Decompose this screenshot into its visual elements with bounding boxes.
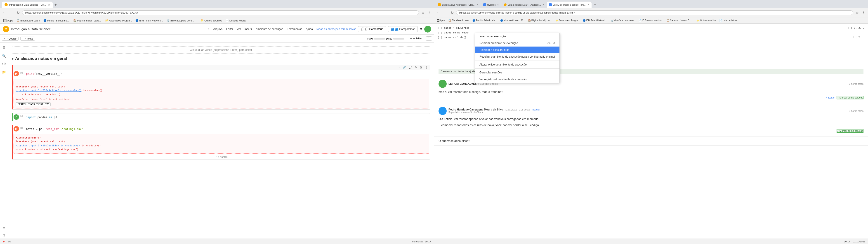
click-to-edit-hint[interactable]: Clique duas vezes (ou pressione 'Enter')… <box>12 46 430 54</box>
bookmark-associates-left[interactable]: 📁Associates: Progra... <box>104 19 133 22</box>
right-bm-outros[interactable]: 📁 Outros favoritos <box>696 19 717 22</box>
menu-editar[interactable]: Editar <box>225 27 235 32</box>
tab-close-left[interactable]: × <box>48 3 50 6</box>
menu-ferramentas[interactable]: Ferramentas <box>285 27 304 32</box>
bookmark-icon-left[interactable]: ☆ <box>420 10 426 16</box>
sidebar-icon-bottom1[interactable]: ☰ <box>1 224 7 231</box>
bookmark-ibm-left[interactable]: 🔵IBM Talent Network... <box>134 19 164 22</box>
back-button-left[interactable]: ← <box>2 10 7 16</box>
right-bm-replit[interactable]: 🔵 Replit - Selecio a la... <box>471 19 498 22</box>
new-tab-button-right[interactable]: + <box>592 3 598 7</box>
menu-arquivo[interactable]: Arquivo <box>212 27 224 32</box>
star-icon[interactable]: ☆ <box>207 27 210 31</box>
comment-button[interactable]: 💬 💬 Comentário <box>358 26 386 32</box>
edit-post-button-1[interactable]: ✓ Editar <box>826 96 835 99</box>
bookmark-replit-left[interactable]: 🔵Replit - Select a la... <box>42 19 70 22</box>
reload-button-right[interactable]: ↻ <box>450 10 455 16</box>
bookmark-lista-left[interactable]: 📄Lista de leitura <box>225 19 247 22</box>
share-button[interactable]: 👥 👥 Compartilhar <box>388 26 418 32</box>
search-overflow-button-1[interactable]: SEARCH STACK OVERFLOW <box>16 102 51 106</box>
bookmark-icon-right[interactable]: ☆ <box>855 10 860 16</box>
right-bm-pagina[interactable]: 🏠 Página Inicial | cart... <box>527 19 553 22</box>
menu-item-alterar[interactable]: Alterar o tipo de ambiente de execução <box>475 61 559 68</box>
cell-code-1[interactable]: print(sns.__version__) <box>24 71 429 77</box>
tab-bitcoin[interactable]: Bitcoin Active Addresses - Glas... × <box>436 2 480 8</box>
run-button-1[interactable]: ▶ <box>13 71 19 77</box>
forward-button-left[interactable]: → <box>8 10 14 16</box>
sidebar-icon-bottom2[interactable]: ⚙ <box>1 232 7 239</box>
active-tab-left[interactable]: Introdução a Data Science - Co... × <box>2 2 53 8</box>
instructor-link-2[interactable]: Instrutor <box>532 109 540 111</box>
cell-more-1[interactable]: ⋮ <box>424 65 429 69</box>
address-bar-right[interactable]: cursos.alura.com.br/forum/topico-erro-ao… <box>456 10 853 15</box>
bookmark-pagina-left[interactable]: 🏠Página Inicial | carte... <box>72 19 102 22</box>
frames-indicator-3[interactable]: ⌃ 4 frames <box>13 155 430 159</box>
bookmark-apps-left[interactable]: 🔲Apps <box>2 18 14 23</box>
right-bm-cadastro[interactable]: 📋 Cadastro Único - C... <box>666 19 692 22</box>
menu-item-interromper[interactable]: Interromper execução <box>475 33 559 40</box>
menu-ajuda[interactable]: Ajuda <box>305 27 314 32</box>
cell-code-3[interactable]: notas = pd. read_csv ("ratings.csv") <box>24 126 429 132</box>
tab-close-favoritos[interactable]: × <box>497 3 499 6</box>
right-bm-blackboard[interactable]: 📋 Blackboard Learn <box>447 19 470 22</box>
error-file-link-1[interactable]: <ipython-input-1-f656a9a2faef> in <modul… <box>16 89 81 92</box>
right-bm-mslearn[interactable]: 🔵 Microsoft Learn | M... <box>499 19 526 22</box>
menu-item-redefinir[interactable]: Redefinir o ambiente de execução para a … <box>475 53 559 60</box>
reload-button-left[interactable]: ↻ <box>16 10 21 16</box>
sidebar-icon-menu[interactable]: ☰ <box>1 44 7 51</box>
cell-link-1[interactable]: 🔗 <box>402 65 407 69</box>
menu-ambiente[interactable]: Ambiente de execução <box>254 27 285 32</box>
mark-solution-button-2[interactable]: ✓ Marcar como solução <box>837 129 864 133</box>
right-bm-lista[interactable]: 📄 Lista de leitura <box>718 19 738 22</box>
run-button-3[interactable]: ▶ <box>13 126 19 131</box>
right-bm-apps[interactable]: 🔲 Apps <box>436 19 446 22</box>
section-toggle-icon[interactable]: ▾ <box>12 57 13 61</box>
cell-delete-1[interactable]: 🗑 <box>418 65 423 69</box>
sidebar-icon-search[interactable]: 🔍 <box>1 53 7 59</box>
menu-inserir[interactable]: Inserir <box>243 27 253 32</box>
run-button-2[interactable]: ✓ <box>13 114 19 120</box>
forward-button-right[interactable]: → <box>442 10 448 16</box>
tab-erro[interactable]: ERRO ao inserir o código - php... × <box>547 2 592 8</box>
bookmark-blackboard-left[interactable]: 📋Blackboard Learn <box>16 19 41 22</box>
settings-icon-right[interactable]: ⋮ <box>861 10 866 16</box>
edit-button[interactable]: ✏ ✏ Editar <box>408 37 424 40</box>
settings-icon-left[interactable]: ⋮ <box>427 10 432 16</box>
tab-data-science[interactable]: Data Science: Aula 4 - Atividadi... × <box>502 2 546 8</box>
tab-close-erro[interactable]: × <box>588 3 589 6</box>
collapse-button[interactable]: ⌃ <box>426 36 432 41</box>
menu-item-gerenciar[interactable]: Gerenciar sessões <box>475 69 559 76</box>
mark-solution-button-1[interactable]: ✓ Marcar como solução <box>837 96 864 99</box>
error-traceback-3: Traceback (most recent call last) <box>16 140 427 144</box>
error-file-link-3[interactable]: <ipython-input-3-c10b7ea184d> in <module… <box>16 144 80 147</box>
right-bm-ibm[interactable]: 🔵 IBM Talent Network... <box>582 19 609 22</box>
cell-copy-1[interactable]: ⧉ <box>414 65 418 69</box>
menu-item-ver-registros[interactable]: Ver registros do ambiente de execução <box>475 76 559 83</box>
cell-move-down-1[interactable]: ↓ <box>398 65 401 69</box>
right-bm-idjovem[interactable]: 📄 ID Jovem - Identida... <box>638 19 664 22</box>
bookmark-outros-left[interactable]: 📁Outros favoritos <box>199 19 223 22</box>
cell-comment-1[interactable]: 💬 <box>408 65 413 69</box>
sidebar-icon-code[interactable]: </> <box>1 61 7 67</box>
tab-favoritos[interactable]: favoritos × <box>481 2 501 8</box>
menu-item-reiniciar[interactable]: Reiniciar ambiente de execução Ctrl+M <box>475 40 559 47</box>
tab-favicon-ds <box>504 3 506 6</box>
right-bm-almofada[interactable]: 🛒 almofada para dore... <box>610 19 637 22</box>
sidebar-icon-files[interactable]: 📁 <box>1 69 7 75</box>
bookmark-almofada-left[interactable]: 🛒almofada para dore... <box>166 19 195 22</box>
import-keyword: import <box>26 116 36 119</box>
new-tab-button-left[interactable]: + <box>53 2 59 7</box>
menu-item-reiniciar-shortcut: Ctrl+M <box>548 42 555 44</box>
cell-move-up-1[interactable]: ↑ <box>394 65 397 69</box>
tab-close-bitcoin[interactable]: × <box>477 3 478 6</box>
address-bar-left[interactable]: colab.research.google.com/drive/1aV3Dxfz… <box>22 10 419 15</box>
menu-item-reiniciar-executar[interactable]: Reiniciar e executar tudo <box>475 47 559 53</box>
add-text-button[interactable]: + + Texto <box>20 37 35 41</box>
tab-close-ds[interactable]: × <box>542 3 544 6</box>
add-code-button[interactable]: + + Código <box>2 37 19 41</box>
menu-ver[interactable]: Ver <box>236 27 242 32</box>
cell-code-2[interactable]: import pandas as pd <box>24 114 429 120</box>
right-bm-associates[interactable]: 📁 Associates: Progra... <box>555 19 581 22</box>
settings-icon-colab[interactable]: ⚙ <box>420 27 423 31</box>
back-button-right[interactable]: ← <box>436 10 441 16</box>
